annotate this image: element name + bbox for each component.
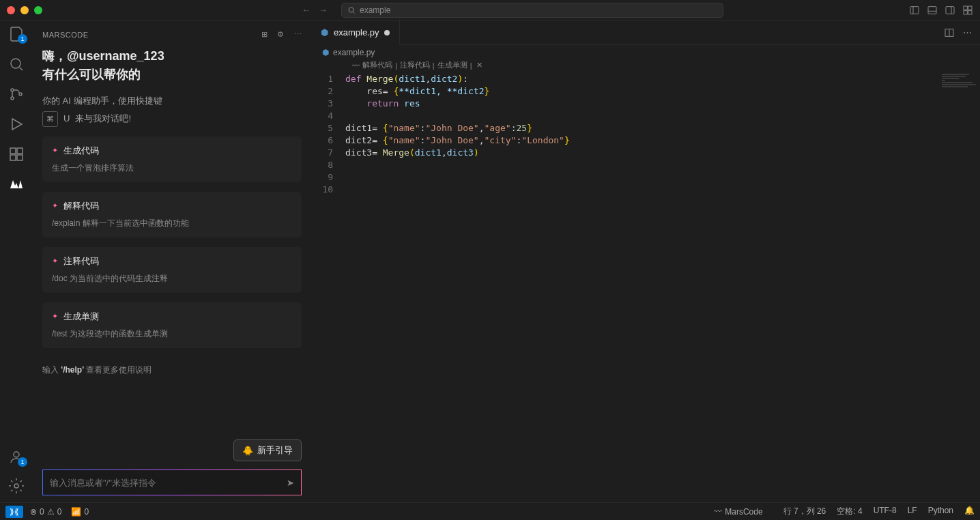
card-generate-code[interactable]: ✦生成代码 生成一个冒泡排序算法	[42, 136, 302, 182]
search-text: example	[360, 5, 390, 15]
svg-point-0	[349, 8, 354, 12]
indentation-status[interactable]: 空格: 4	[837, 506, 862, 517]
code-content[interactable]: def Merge(dict1,dict2): res= {**dict1, *…	[345, 73, 980, 502]
panel-bottom-icon[interactable]	[927, 5, 938, 16]
tab-more-icon[interactable]: ⋯	[963, 27, 972, 38]
line-number: 2	[311, 85, 333, 98]
run-debug-icon[interactable]	[8, 116, 25, 132]
minimap[interactable]	[939, 73, 980, 502]
language-mode[interactable]: Python	[928, 506, 953, 517]
error-icon: ⊗	[30, 507, 37, 517]
ai-logo-icon: 〰	[352, 61, 360, 70]
svg-rect-16	[10, 148, 16, 154]
sparkle-icon: ✦	[52, 146, 58, 155]
python-icon: ⬢	[322, 48, 329, 57]
sparkle-icon: ✦	[52, 201, 58, 210]
close-window-button[interactable]	[7, 6, 15, 14]
svg-rect-5	[946, 6, 954, 14]
warning-icon: ⚠	[47, 507, 55, 517]
breadcrumb-file: example.py	[333, 48, 375, 57]
sidebar-header: MARSCODE ⊞ ⚙ ⋯	[42, 27, 302, 47]
svg-point-20	[14, 452, 19, 457]
settings-gear-icon[interactable]	[8, 478, 25, 494]
new-chat-icon[interactable]: ⊞	[261, 30, 268, 39]
problems-status[interactable]: ⊗0 ⚠0	[30, 507, 61, 517]
remote-indicator[interactable]: ⟫⟪	[5, 506, 23, 518]
help-prefix: 输入	[42, 365, 61, 375]
card-explain-code[interactable]: ✦解释代码 /explain 解释一下当前选中函数的功能	[42, 192, 302, 237]
marscode-status[interactable]: 〰MarsCode	[714, 506, 762, 517]
command-center-search[interactable]: example	[341, 3, 723, 18]
antenna-icon: 📶	[71, 507, 81, 517]
svg-rect-10	[968, 10, 972, 14]
chat-input-area[interactable]: ➤	[42, 470, 302, 495]
help-suffix: 查看更多使用说明	[84, 365, 152, 375]
eol-status[interactable]: LF	[908, 506, 917, 517]
filter-icon[interactable]: ⚙	[277, 30, 285, 39]
nav-forward-icon[interactable]: →	[319, 5, 328, 15]
card-title-text: 生成代码	[63, 145, 99, 157]
code-editor[interactable]: 1 2 3 4 5 6 7 8 9 10 def Merge(dict1,dic…	[311, 73, 980, 502]
svg-rect-8	[968, 6, 972, 10]
action-comment[interactable]: 注释代码	[400, 60, 430, 70]
layout-grid-icon[interactable]	[962, 5, 973, 16]
sidebar-title: MARSCODE	[42, 31, 89, 39]
card-unit-test[interactable]: ✦生成单测 /test 为这段选中的函数生成单测	[42, 302, 302, 348]
explorer-icon[interactable]: 1	[8, 26, 25, 42]
sep: |	[433, 61, 435, 70]
titlebar-layout-controls	[909, 5, 973, 16]
chat-input[interactable]	[50, 478, 287, 488]
line-number: 1	[311, 73, 333, 85]
cursor-position[interactable]: 行 7，列 26	[783, 506, 826, 517]
svg-point-14	[19, 93, 22, 96]
python-icon: ⬢	[321, 27, 328, 38]
nav-back-icon[interactable]: ←	[302, 5, 311, 15]
tab-example-py[interactable]: ⬢ example.py	[311, 20, 400, 45]
split-editor-icon[interactable]	[944, 27, 955, 38]
panel-right-icon[interactable]	[945, 5, 955, 16]
accounts-icon[interactable]: 1	[8, 449, 25, 465]
svg-rect-7	[964, 6, 967, 10]
card-desc: /doc 为当前选中的代码生成注释	[52, 273, 292, 285]
line-number: 7	[311, 147, 333, 159]
minimize-window-button[interactable]	[20, 6, 29, 14]
action-test[interactable]: 生成单测	[437, 60, 467, 70]
marscode-label: MarsCode	[725, 507, 762, 517]
extensions-icon[interactable]	[8, 146, 25, 162]
close-icon[interactable]: ✕	[476, 61, 482, 70]
search-activity-icon[interactable]	[8, 56, 25, 72]
tab-bar: ⬢ example.py ⋯	[311, 20, 980, 45]
line-number: 9	[311, 171, 333, 184]
help-hint: 输入 '/help' 查看更多使用说明	[42, 364, 302, 376]
panel-left-icon[interactable]	[909, 5, 920, 16]
card-title-text: 注释代码	[63, 255, 99, 268]
kbd-u: U	[63, 111, 70, 126]
marscode-logo-icon: 〰	[714, 507, 722, 517]
card-desc: /test 为这段选中的函数生成单测	[52, 328, 292, 340]
action-explain[interactable]: 解释代码	[362, 60, 392, 70]
kbd-hint: ⌘ U 来与我对话吧!	[42, 111, 302, 127]
ports-status[interactable]: 📶0	[71, 507, 89, 517]
sparkle-icon: ✦	[52, 257, 58, 265]
maximize-window-button[interactable]	[34, 6, 42, 14]
marscode-sidebar: MARSCODE ⊞ ⚙ ⋯ 嗨，@username_123 有什么可以帮你的 …	[33, 20, 311, 502]
marscode-activity-icon[interactable]	[8, 176, 25, 192]
send-icon[interactable]: ➤	[287, 478, 294, 488]
breadcrumb[interactable]: ⬢ example.py	[311, 45, 980, 60]
code-lens-actions: 〰 解释代码 | 注释代码 | 生成单测 | ✕	[311, 60, 980, 73]
kbd-tail: 来与我对话吧!	[75, 111, 131, 126]
dirty-indicator-icon	[384, 30, 390, 35]
svg-marker-15	[12, 119, 22, 130]
more-icon[interactable]: ⋯	[294, 30, 302, 39]
bell-icon[interactable]: 🔔	[964, 506, 975, 517]
svg-point-13	[11, 97, 14, 100]
beginner-guide-button[interactable]: 🐥 新手引导	[233, 439, 302, 461]
tab-filename: example.py	[334, 27, 379, 38]
line-number: 3	[311, 98, 333, 110]
encoding-status[interactable]: UTF-8	[874, 506, 897, 517]
card-desc: 生成一个冒泡排序算法	[52, 162, 292, 174]
card-comment-code[interactable]: ✦注释代码 /doc 为当前选中的代码生成注释	[42, 247, 302, 293]
source-control-icon[interactable]	[8, 86, 25, 102]
window-controls	[7, 6, 42, 14]
line-number: 10	[311, 184, 333, 196]
